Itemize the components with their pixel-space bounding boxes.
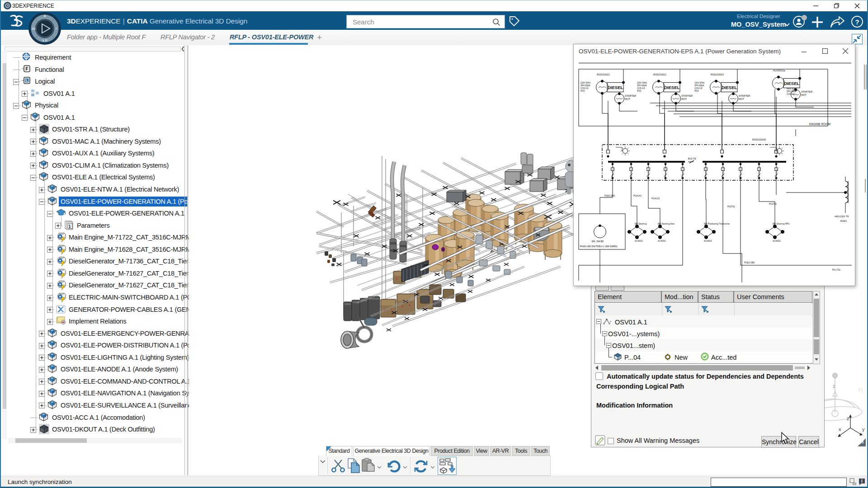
svg-text:DIESEL: DIESEL: [722, 85, 737, 90]
svg-text:AUX0001a: AUX0001a: [773, 69, 786, 72]
svg-text:IP23: IP23: [694, 90, 699, 92]
svg-text:DIESEL: DIESEL: [664, 85, 680, 90]
svg-text:ENGINE ROOM: ENGINE ROOM: [809, 122, 830, 126]
svg-text:230V 50Hz: 230V 50Hz: [637, 82, 647, 84]
svg-text:z: z: [833, 383, 835, 389]
svg-text:440V 60Hz: 440V 60Hz: [787, 88, 797, 90]
svg-text:PGDG00: PGDG00: [705, 166, 707, 174]
svg-text:DIESEL: DIESEL: [608, 85, 623, 90]
svg-text:MOT: MOT: [681, 98, 687, 100]
svg-text:BUS-TIE: BUS-TIE: [688, 158, 696, 160]
svg-text:PGEG-EM1: PGEG-EM1: [604, 195, 615, 197]
svg-text:z: z: [847, 416, 849, 421]
svg-text:EM. SW.BD: EM. SW.BD: [592, 240, 604, 243]
svg-text:AUX001: AUX001: [773, 240, 781, 242]
svg-text:PGDG00: PGDG00: [682, 166, 684, 174]
svg-text:COS 0.8: COS 0.8: [580, 87, 589, 89]
svg-text:PGAUX1: PGAUX1: [633, 195, 642, 197]
svg-text:y: y: [862, 427, 865, 432]
svg-text:♛: ♛: [43, 14, 46, 18]
svg-text:IP23: IP23: [637, 90, 642, 92]
svg-text:3D: 3D: [32, 27, 36, 30]
svg-text:Y): Y): [858, 388, 863, 393]
svg-text:PGDG00: PGDG00: [758, 166, 760, 174]
svg-text:MP Steering: MP Steering: [635, 223, 647, 225]
svg-text:MOT: MOT: [625, 98, 631, 100]
svg-text:STARTER: STARTER: [681, 94, 693, 97]
svg-text:STARTER: STARTER: [801, 90, 812, 93]
svg-text:F: F: [25, 66, 28, 71]
svg-text:COS 0.8: COS 0.8: [637, 87, 645, 89]
svg-text:230V 50Hz: 230V 50Hz: [694, 82, 705, 84]
svg-text:AUX001: AUX001: [658, 240, 666, 242]
svg-text:3PH 60kW: 3PH 60kW: [580, 84, 590, 87]
svg-text:STARTER: STARTER: [625, 94, 636, 97]
svg-text:MOT: MOT: [801, 94, 807, 96]
svg-text:L: L: [26, 78, 28, 83]
svg-text:AUX001: AUX001: [635, 240, 643, 242]
svg-text:PGDG00: PGDG00: [775, 166, 778, 174]
svg-text:RGEG-EM-SW-PDB A.1 (EM SWBD): RGEG-EM-SW-PDB A.1 (EM SWBD): [580, 245, 618, 248]
svg-text:MOT: MOT: [739, 98, 745, 100]
svg-text:PGDG00: PGDG00: [665, 166, 667, 174]
svg-text:RGEG: RGEG: [840, 220, 847, 222]
svg-text:DIESEL: DIESEL: [784, 81, 800, 86]
svg-text:MP Steering HPU: MP Steering HPU: [773, 223, 790, 225]
svg-text:RGDG0002: RGDG0002: [653, 73, 666, 76]
svg-text:COS 0.8: COS 0.8: [694, 87, 703, 89]
svg-text:PG-LT01: PG-LT01: [832, 269, 840, 271]
svg-text:3PH 60kW: 3PH 60kW: [637, 84, 647, 87]
svg-text:PG0T01: PG0T01: [727, 206, 735, 208]
svg-text:i: i: [861, 479, 863, 483]
svg-text:V.R: V.R: [42, 39, 47, 42]
svg-text:PGDG00: PGDG00: [612, 166, 614, 174]
svg-text:IP23: IP23: [580, 90, 585, 92]
svg-text:STARTER: STARTER: [739, 94, 750, 97]
svg-text:i²: i²: [56, 27, 58, 30]
svg-text:x: x: [839, 427, 841, 432]
svg-text:PGDG00: PGDG00: [740, 166, 742, 174]
svg-text:RGDG0001: RGDG0001: [597, 73, 610, 76]
svg-text:PG0T02: PG0T02: [769, 203, 777, 205]
svg-text:?: ?: [855, 18, 859, 26]
svg-text:PGDG00: PGDG00: [722, 166, 724, 174]
svg-text:MP Steering Asst: MP Steering Asst: [658, 223, 675, 225]
svg-text:PGAUX2: PGAUX2: [651, 197, 660, 200]
svg-text:RGDG0003: RGDG0003: [711, 73, 724, 76]
svg-text:MP Positioning Transverse: MP Positioning Transverse: [704, 223, 730, 225]
svg-text:PGDG00: PGDG00: [630, 166, 632, 174]
svg-text:RGDG00AD: RGDG00AD: [752, 138, 766, 141]
svg-text:3PH 99kW: 3PH 99kW: [787, 90, 797, 93]
svg-text:PGEG-DB2: PGEG-DB2: [744, 262, 755, 264]
svg-text:PGDG00: PGDG00: [647, 166, 650, 174]
svg-text:230V 50Hz: 230V 50Hz: [580, 82, 591, 84]
svg-text:COS 0.8: COS 0.8: [787, 93, 795, 95]
svg-text:440V/230V TR: 440V/230V TR: [835, 216, 849, 218]
svg-text:AUX001: AUX001: [704, 240, 712, 242]
svg-text:3PH 60kW: 3PH 60kW: [694, 84, 704, 87]
